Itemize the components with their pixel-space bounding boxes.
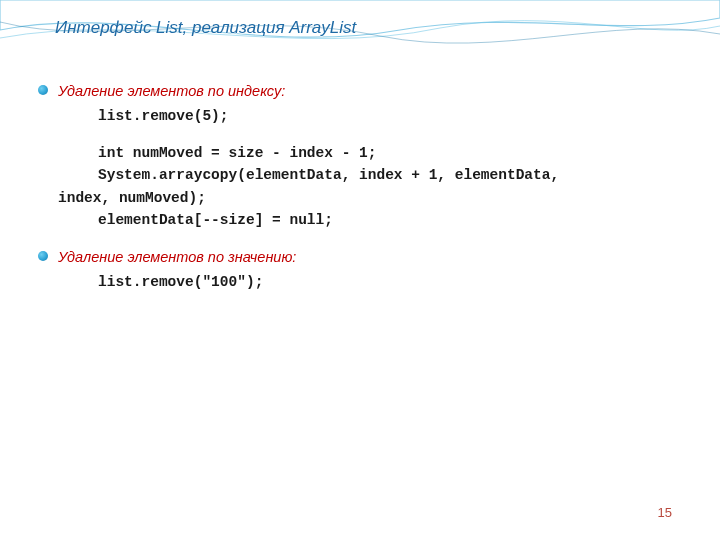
code-line: System.arraycopy(elementData, index + 1,…	[40, 164, 680, 186]
code-line: list.remove(5);	[40, 105, 680, 127]
heading-remove-by-value: Удаление элементов по значению:	[58, 249, 296, 265]
bullet-icon	[38, 251, 48, 261]
page-number: 15	[658, 505, 672, 520]
bullet-item-remove-by-index: Удаление элементов по индексу:	[40, 80, 680, 102]
code-line: index, numMoved);	[40, 187, 680, 209]
code-line: int numMoved = size - index - 1;	[40, 142, 680, 164]
code-line: list.remove("100");	[40, 271, 680, 293]
slide-content: Удаление элементов по индексу: list.remo…	[40, 80, 680, 294]
heading-remove-by-index: Удаление элементов по индексу:	[58, 83, 285, 99]
code-line: elementData[--size] = null;	[40, 209, 680, 231]
bullet-icon	[38, 85, 48, 95]
slide-title: Интерфейс List, реализация ArrayList	[55, 18, 356, 38]
bullet-item-remove-by-value: Удаление элементов по значению:	[40, 246, 680, 268]
